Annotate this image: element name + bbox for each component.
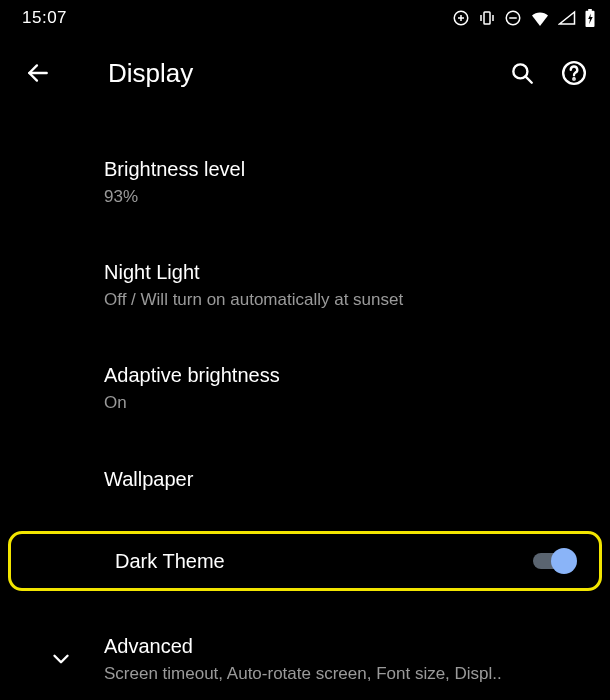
search-button[interactable] bbox=[498, 49, 546, 97]
highlight-box: Dark Theme bbox=[8, 531, 602, 591]
svg-rect-3 bbox=[484, 12, 490, 24]
item-subtitle: Off / Will turn on automatically at suns… bbox=[104, 289, 586, 312]
item-subtitle: On bbox=[104, 392, 586, 415]
add-alert-icon bbox=[452, 9, 470, 27]
item-title: Dark Theme bbox=[115, 548, 533, 574]
item-title: Adaptive brightness bbox=[104, 362, 586, 388]
svg-rect-9 bbox=[588, 9, 592, 12]
dnd-icon bbox=[504, 9, 522, 27]
help-button[interactable] bbox=[550, 49, 598, 97]
item-subtitle: 93% bbox=[104, 186, 586, 209]
signal-icon bbox=[558, 10, 576, 26]
item-title: Advanced bbox=[104, 633, 586, 659]
svg-point-14 bbox=[573, 78, 574, 79]
night-light-item[interactable]: Night Light Off / Will turn on automatic… bbox=[0, 241, 610, 330]
item-title: Night Light bbox=[104, 259, 586, 285]
status-bar: 15:07 bbox=[0, 0, 610, 36]
advanced-item[interactable]: Advanced Screen timeout, Auto-rotate scr… bbox=[0, 615, 610, 700]
settings-list: Brightness level 93% Night Light Off / W… bbox=[0, 110, 610, 700]
adaptive-brightness-item[interactable]: Adaptive brightness On bbox=[0, 344, 610, 433]
battery-charging-icon bbox=[584, 9, 596, 27]
back-button[interactable] bbox=[14, 49, 62, 97]
dark-theme-item[interactable]: Dark Theme bbox=[11, 534, 599, 588]
wallpaper-item[interactable]: Wallpaper bbox=[0, 447, 610, 511]
switch-thumb bbox=[551, 548, 577, 574]
brightness-level-item[interactable]: Brightness level 93% bbox=[0, 138, 610, 227]
item-subtitle: Screen timeout, Auto-rotate screen, Font… bbox=[104, 663, 586, 686]
vibrate-icon bbox=[478, 9, 496, 27]
arrow-left-icon bbox=[25, 60, 51, 86]
status-icons bbox=[452, 9, 596, 27]
wifi-icon bbox=[530, 10, 550, 26]
clock: 15:07 bbox=[22, 8, 67, 28]
chevron-down-icon bbox=[48, 646, 74, 672]
svg-line-12 bbox=[525, 76, 531, 82]
page-title: Display bbox=[108, 58, 494, 89]
item-title: Wallpaper bbox=[104, 466, 586, 492]
search-icon bbox=[509, 60, 535, 86]
item-title: Brightness level bbox=[104, 156, 586, 182]
help-icon bbox=[561, 60, 587, 86]
app-bar: Display bbox=[0, 36, 610, 110]
dark-theme-toggle[interactable] bbox=[533, 548, 577, 574]
